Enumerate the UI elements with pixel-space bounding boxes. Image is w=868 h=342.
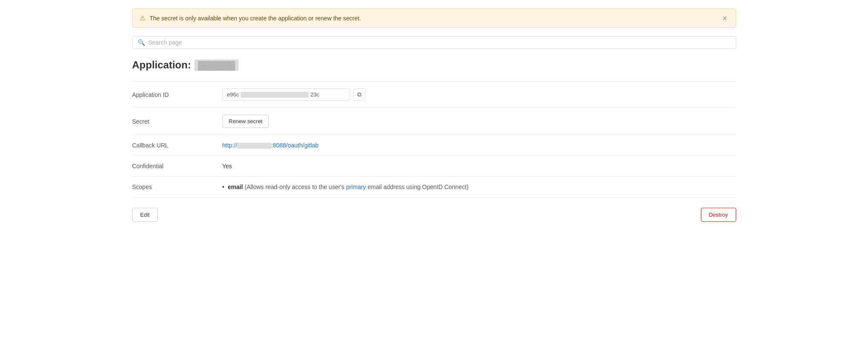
application-id-row: Application ID e96c23c ⧉ — [132, 82, 736, 108]
callback-url-row: Callback URL http://:8088/oauth/gitlab — [132, 135, 736, 156]
scope-name: email — [228, 184, 243, 190]
warning-icon: ⚠ — [139, 14, 145, 22]
callback-url-prefix: http:// — [222, 142, 237, 149]
app-id-prefix: e96c — [227, 91, 239, 98]
confidential-label: Confidential — [132, 156, 217, 177]
actions-row: Edit Destroy — [132, 208, 736, 222]
secret-row: Secret Renew secret — [132, 108, 736, 135]
copy-app-id-button[interactable]: ⧉ — [353, 88, 365, 101]
app-id-middle-blurred — [241, 92, 309, 98]
confidential-row: Confidential Yes — [132, 156, 736, 177]
destroy-button[interactable]: Destroy — [701, 208, 736, 222]
alert-close-button[interactable]: × — [721, 14, 729, 22]
alert-message: The secret is only available when you cr… — [150, 15, 361, 22]
scopes-label: Scopes — [132, 177, 217, 198]
scope-desc-primary: primary — [346, 184, 366, 190]
confidential-value: Yes — [217, 156, 736, 177]
scope-item-email: email (Allows read-only access to the us… — [222, 184, 731, 190]
details-table: Application ID e96c23c ⧉ Secret — [132, 81, 736, 198]
application-id-label: Application ID — [132, 82, 217, 108]
callback-url-label: Callback URL — [132, 135, 217, 156]
renew-secret-button[interactable]: Renew secret — [222, 115, 269, 128]
page-title: Application: ▓▓▓▓▓▓ — [132, 59, 736, 71]
search-input[interactable] — [148, 39, 731, 46]
app-name-blurred: ▓▓▓▓▓▓ — [194, 59, 238, 71]
app-id-suffix: 23c — [310, 91, 319, 98]
edit-button[interactable]: Edit — [132, 208, 158, 222]
search-wrapper: 🔍 — [132, 36, 736, 49]
scopes-row: Scopes email (Allows read-only access to… — [132, 177, 736, 198]
secret-label: Secret — [132, 108, 217, 135]
scope-desc-suffix: email address using OpenID Connect) — [366, 184, 468, 190]
copy-icon: ⧉ — [357, 91, 361, 98]
alert-banner: ⚠ The secret is only available when you … — [132, 8, 736, 28]
search-icon: 🔍 — [138, 39, 145, 46]
app-id-container: e96c23c ⧉ — [222, 88, 731, 101]
callback-url-blurred — [237, 143, 271, 149]
alert-banner-content: ⚠ The secret is only available when you … — [139, 14, 361, 22]
scope-description: (Allows read-only access to the user's p… — [245, 184, 468, 190]
scopes-list: email (Allows read-only access to the us… — [222, 184, 731, 190]
scope-desc-prefix: (Allows read-only access to the user's — [245, 184, 346, 190]
callback-url-link[interactable]: http://:8088/oauth/gitlab — [222, 142, 319, 149]
app-id-field: e96c23c — [222, 88, 350, 101]
search-container: 🔍 — [132, 36, 736, 49]
callback-url-suffix: :8088/oauth/gitlab — [271, 142, 319, 149]
